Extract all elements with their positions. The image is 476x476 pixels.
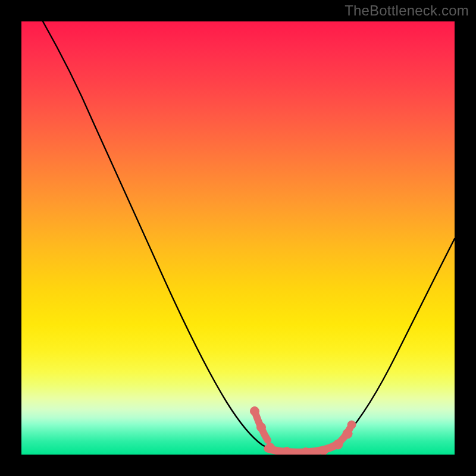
svg-point-0 [250,407,259,416]
svg-point-6 [333,440,343,449]
svg-point-3 [283,447,292,455]
svg-point-7 [343,429,352,439]
svg-point-8 [347,421,356,429]
bottleneck-curve [43,21,455,453]
svg-point-2 [266,443,275,452]
svg-point-1 [257,423,266,432]
chart-container: TheBottleneck.com [0,0,476,476]
svg-point-5 [320,446,328,455]
marker-band [250,407,356,455]
svg-point-4 [302,448,311,455]
watermark-text: TheBottleneck.com [345,2,469,19]
plot-frame [21,21,455,455]
curve-layer [21,21,455,455]
